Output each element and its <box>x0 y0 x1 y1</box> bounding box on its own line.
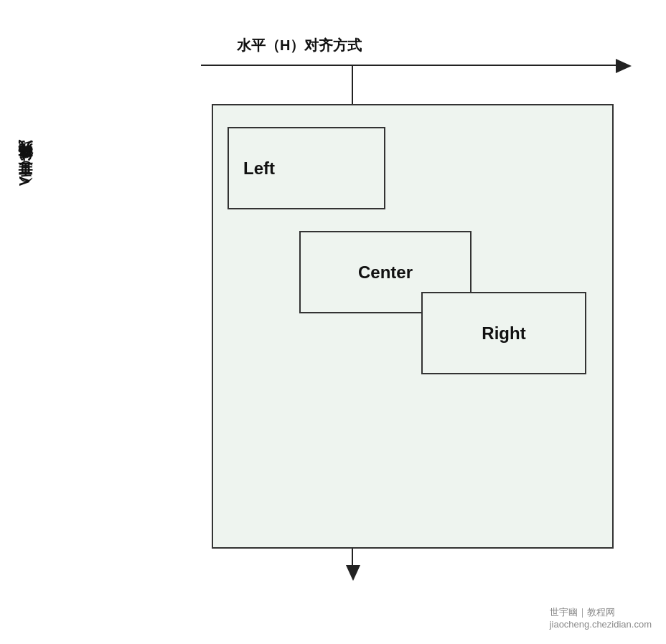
center-box-label: Center <box>358 262 413 283</box>
v-axis-label: 垂直（V）线性布局方式 <box>14 165 34 190</box>
v-axis-arrow <box>346 565 360 581</box>
main-container: Left Center Right <box>212 104 614 549</box>
right-box: Right <box>421 292 586 374</box>
watermark: 世宇幽｜教程网jiaocheng.chezidian.com <box>550 606 652 630</box>
left-box-label: Left <box>243 158 275 179</box>
h-axis-line <box>201 65 624 66</box>
h-axis-arrow <box>616 59 632 73</box>
right-box-label: Right <box>482 323 525 344</box>
h-axis-label: 水平（H）对齐方式 <box>237 36 362 55</box>
left-box: Left <box>228 127 385 209</box>
